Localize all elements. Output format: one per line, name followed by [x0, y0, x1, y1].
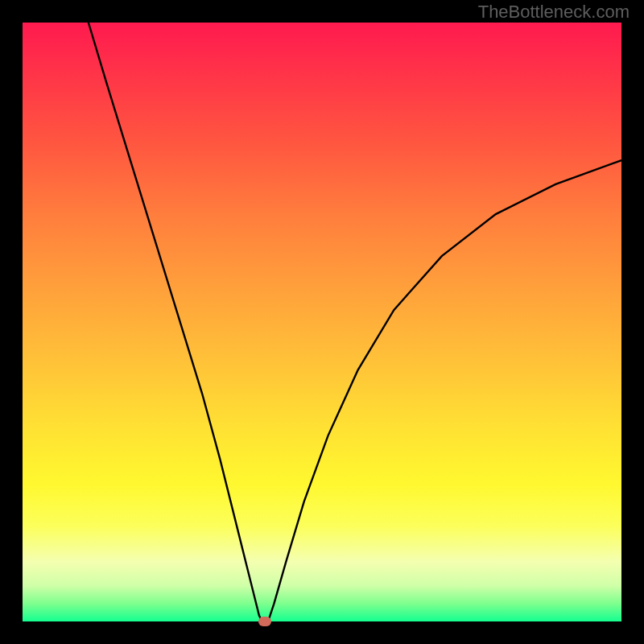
curve-svg [23, 23, 621, 621]
curve-right-arm [268, 160, 621, 621]
chart-container: TheBottleneck.com [0, 0, 644, 644]
curve-left-arm [89, 23, 262, 621]
plot-area [23, 23, 621, 621]
watermark-text: TheBottleneck.com [478, 2, 630, 23]
optimum-marker [258, 617, 271, 626]
